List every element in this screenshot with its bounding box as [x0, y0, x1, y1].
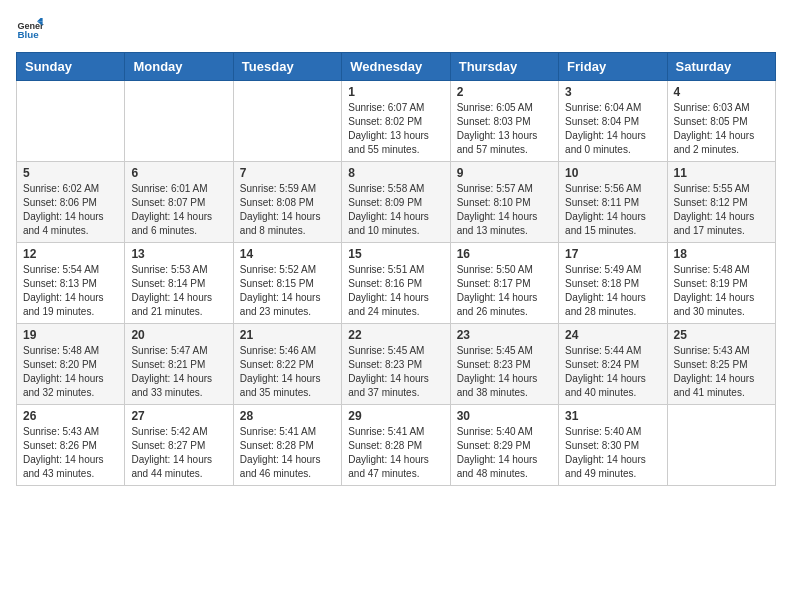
day-info: Sunrise: 6:07 AMSunset: 8:02 PMDaylight:…: [348, 101, 443, 157]
day-number: 12: [23, 247, 118, 261]
day-number: 28: [240, 409, 335, 423]
day-info: Sunrise: 5:53 AMSunset: 8:14 PMDaylight:…: [131, 263, 226, 319]
day-number: 8: [348, 166, 443, 180]
day-number: 21: [240, 328, 335, 342]
calendar-cell: 8Sunrise: 5:58 AMSunset: 8:09 PMDaylight…: [342, 162, 450, 243]
calendar-cell: 6Sunrise: 6:01 AMSunset: 8:07 PMDaylight…: [125, 162, 233, 243]
day-number: 13: [131, 247, 226, 261]
weekday-header-wednesday: Wednesday: [342, 53, 450, 81]
day-number: 19: [23, 328, 118, 342]
calendar-cell: 23Sunrise: 5:45 AMSunset: 8:23 PMDayligh…: [450, 324, 558, 405]
day-number: 29: [348, 409, 443, 423]
calendar-cell: 15Sunrise: 5:51 AMSunset: 8:16 PMDayligh…: [342, 243, 450, 324]
day-number: 30: [457, 409, 552, 423]
day-number: 23: [457, 328, 552, 342]
day-number: 11: [674, 166, 769, 180]
day-number: 2: [457, 85, 552, 99]
calendar-cell: 17Sunrise: 5:49 AMSunset: 8:18 PMDayligh…: [559, 243, 667, 324]
calendar-cell: [125, 81, 233, 162]
day-info: Sunrise: 6:02 AMSunset: 8:06 PMDaylight:…: [23, 182, 118, 238]
calendar-week-row: 26Sunrise: 5:43 AMSunset: 8:26 PMDayligh…: [17, 405, 776, 486]
day-number: 18: [674, 247, 769, 261]
calendar-cell: 4Sunrise: 6:03 AMSunset: 8:05 PMDaylight…: [667, 81, 775, 162]
day-number: 3: [565, 85, 660, 99]
calendar-cell: 7Sunrise: 5:59 AMSunset: 8:08 PMDaylight…: [233, 162, 341, 243]
calendar-cell: 29Sunrise: 5:41 AMSunset: 8:28 PMDayligh…: [342, 405, 450, 486]
calendar-cell: 12Sunrise: 5:54 AMSunset: 8:13 PMDayligh…: [17, 243, 125, 324]
day-info: Sunrise: 6:05 AMSunset: 8:03 PMDaylight:…: [457, 101, 552, 157]
day-number: 22: [348, 328, 443, 342]
calendar-cell: [667, 405, 775, 486]
day-info: Sunrise: 5:45 AMSunset: 8:23 PMDaylight:…: [348, 344, 443, 400]
day-number: 6: [131, 166, 226, 180]
day-info: Sunrise: 5:59 AMSunset: 8:08 PMDaylight:…: [240, 182, 335, 238]
day-info: Sunrise: 5:55 AMSunset: 8:12 PMDaylight:…: [674, 182, 769, 238]
day-number: 5: [23, 166, 118, 180]
svg-text:Blue: Blue: [17, 29, 39, 40]
day-info: Sunrise: 5:56 AMSunset: 8:11 PMDaylight:…: [565, 182, 660, 238]
calendar-table: SundayMondayTuesdayWednesdayThursdayFrid…: [16, 52, 776, 486]
day-info: Sunrise: 5:58 AMSunset: 8:09 PMDaylight:…: [348, 182, 443, 238]
logo: General Blue: [16, 16, 44, 44]
calendar-cell: 31Sunrise: 5:40 AMSunset: 8:30 PMDayligh…: [559, 405, 667, 486]
calendar-cell: [233, 81, 341, 162]
day-number: 26: [23, 409, 118, 423]
day-info: Sunrise: 5:41 AMSunset: 8:28 PMDaylight:…: [240, 425, 335, 481]
day-number: 14: [240, 247, 335, 261]
day-info: Sunrise: 5:48 AMSunset: 8:20 PMDaylight:…: [23, 344, 118, 400]
calendar-cell: 18Sunrise: 5:48 AMSunset: 8:19 PMDayligh…: [667, 243, 775, 324]
day-number: 10: [565, 166, 660, 180]
day-info: Sunrise: 5:52 AMSunset: 8:15 PMDaylight:…: [240, 263, 335, 319]
calendar-cell: 26Sunrise: 5:43 AMSunset: 8:26 PMDayligh…: [17, 405, 125, 486]
day-info: Sunrise: 5:50 AMSunset: 8:17 PMDaylight:…: [457, 263, 552, 319]
day-info: Sunrise: 5:40 AMSunset: 8:30 PMDaylight:…: [565, 425, 660, 481]
calendar-week-row: 12Sunrise: 5:54 AMSunset: 8:13 PMDayligh…: [17, 243, 776, 324]
calendar-cell: 14Sunrise: 5:52 AMSunset: 8:15 PMDayligh…: [233, 243, 341, 324]
day-info: Sunrise: 5:43 AMSunset: 8:25 PMDaylight:…: [674, 344, 769, 400]
day-info: Sunrise: 5:44 AMSunset: 8:24 PMDaylight:…: [565, 344, 660, 400]
weekday-header-sunday: Sunday: [17, 53, 125, 81]
day-number: 27: [131, 409, 226, 423]
day-number: 4: [674, 85, 769, 99]
day-info: Sunrise: 6:01 AMSunset: 8:07 PMDaylight:…: [131, 182, 226, 238]
day-number: 17: [565, 247, 660, 261]
calendar-cell: 25Sunrise: 5:43 AMSunset: 8:25 PMDayligh…: [667, 324, 775, 405]
calendar-cell: [17, 81, 125, 162]
day-number: 31: [565, 409, 660, 423]
day-info: Sunrise: 5:57 AMSunset: 8:10 PMDaylight:…: [457, 182, 552, 238]
calendar-cell: 5Sunrise: 6:02 AMSunset: 8:06 PMDaylight…: [17, 162, 125, 243]
weekday-header-friday: Friday: [559, 53, 667, 81]
day-number: 7: [240, 166, 335, 180]
day-info: Sunrise: 5:54 AMSunset: 8:13 PMDaylight:…: [23, 263, 118, 319]
calendar-cell: 21Sunrise: 5:46 AMSunset: 8:22 PMDayligh…: [233, 324, 341, 405]
weekday-header-row: SundayMondayTuesdayWednesdayThursdayFrid…: [17, 53, 776, 81]
day-info: Sunrise: 6:03 AMSunset: 8:05 PMDaylight:…: [674, 101, 769, 157]
calendar-cell: 22Sunrise: 5:45 AMSunset: 8:23 PMDayligh…: [342, 324, 450, 405]
calendar-cell: 20Sunrise: 5:47 AMSunset: 8:21 PMDayligh…: [125, 324, 233, 405]
day-info: Sunrise: 5:42 AMSunset: 8:27 PMDaylight:…: [131, 425, 226, 481]
weekday-header-monday: Monday: [125, 53, 233, 81]
calendar-week-row: 19Sunrise: 5:48 AMSunset: 8:20 PMDayligh…: [17, 324, 776, 405]
calendar-cell: 2Sunrise: 6:05 AMSunset: 8:03 PMDaylight…: [450, 81, 558, 162]
page-header: General Blue: [16, 16, 776, 44]
day-info: Sunrise: 5:47 AMSunset: 8:21 PMDaylight:…: [131, 344, 226, 400]
day-number: 9: [457, 166, 552, 180]
calendar-cell: 11Sunrise: 5:55 AMSunset: 8:12 PMDayligh…: [667, 162, 775, 243]
day-info: Sunrise: 6:04 AMSunset: 8:04 PMDaylight:…: [565, 101, 660, 157]
calendar-cell: 3Sunrise: 6:04 AMSunset: 8:04 PMDaylight…: [559, 81, 667, 162]
calendar-cell: 19Sunrise: 5:48 AMSunset: 8:20 PMDayligh…: [17, 324, 125, 405]
day-info: Sunrise: 5:40 AMSunset: 8:29 PMDaylight:…: [457, 425, 552, 481]
day-info: Sunrise: 5:51 AMSunset: 8:16 PMDaylight:…: [348, 263, 443, 319]
day-number: 1: [348, 85, 443, 99]
weekday-header-tuesday: Tuesday: [233, 53, 341, 81]
calendar-cell: 28Sunrise: 5:41 AMSunset: 8:28 PMDayligh…: [233, 405, 341, 486]
calendar-cell: 1Sunrise: 6:07 AMSunset: 8:02 PMDaylight…: [342, 81, 450, 162]
calendar-cell: 16Sunrise: 5:50 AMSunset: 8:17 PMDayligh…: [450, 243, 558, 324]
day-info: Sunrise: 5:45 AMSunset: 8:23 PMDaylight:…: [457, 344, 552, 400]
weekday-header-thursday: Thursday: [450, 53, 558, 81]
day-number: 20: [131, 328, 226, 342]
weekday-header-saturday: Saturday: [667, 53, 775, 81]
day-number: 25: [674, 328, 769, 342]
calendar-week-row: 5Sunrise: 6:02 AMSunset: 8:06 PMDaylight…: [17, 162, 776, 243]
calendar-week-row: 1Sunrise: 6:07 AMSunset: 8:02 PMDaylight…: [17, 81, 776, 162]
